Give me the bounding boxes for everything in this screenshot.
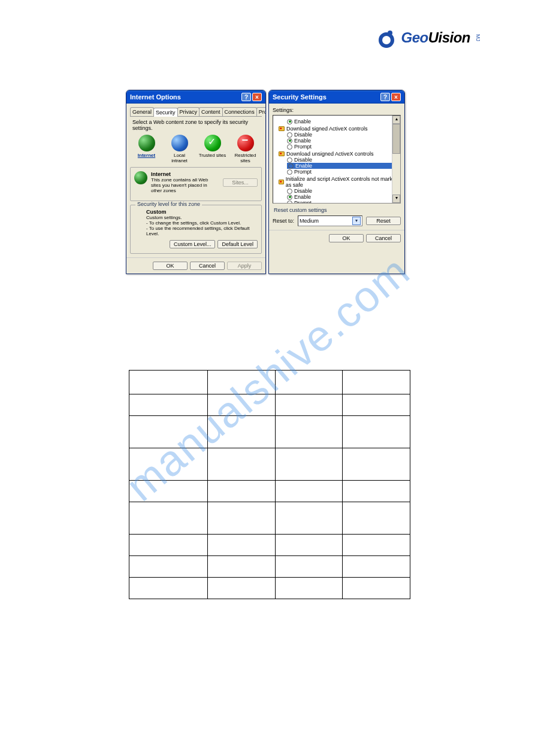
custom-level-button[interactable]: Custom Level... [170, 240, 216, 248]
option-prompt[interactable]: Prompt [287, 200, 398, 204]
tab-security[interactable]: Security [153, 108, 178, 117]
sec-sub: Custom settings. [146, 215, 258, 220]
tab-content[interactable]: Content [199, 107, 223, 116]
screenshot-group: Internet Options ? × General Security Pr… [126, 90, 405, 274]
window-title: Security Settings [273, 93, 380, 101]
zone-description: This zone contains all Web sites you hav… [151, 177, 219, 193]
table-row [129, 448, 410, 481]
table-row [129, 578, 410, 599]
option-prompt[interactable]: Prompt [287, 144, 398, 150]
empty-table [129, 370, 410, 599]
tree-item-download-unsigned: Download unsigned ActiveX controls [279, 151, 398, 157]
security-settings-window: Security Settings ? × Settings: Enable D… [268, 90, 405, 274]
svg-point-0 [380, 34, 392, 46]
security-level-group: Security level for this zone Custom Cust… [130, 205, 262, 254]
option-enable[interactable]: Enable [287, 194, 398, 200]
sec-line2: - To use the recommended settings, click… [146, 226, 258, 236]
option-disable[interactable]: Disable [287, 132, 398, 138]
intranet-icon [171, 135, 188, 151]
sec-heading: Custom [146, 209, 258, 215]
logo-geo: Geo [401, 29, 428, 45]
window-title: Internet Options [130, 93, 241, 101]
settings-label: Settings: [273, 107, 401, 113]
radio-icon [287, 195, 292, 200]
scroll-down-icon[interactable]: ▾ [392, 195, 400, 203]
internet-options-window: Internet Options ? × General Security Pr… [126, 90, 266, 274]
scroll-up-icon[interactable]: ▴ [392, 116, 400, 124]
combo-value: Medium [300, 218, 319, 224]
option-disable[interactable]: Disable [287, 188, 398, 194]
cancel-button[interactable]: Cancel [190, 262, 225, 270]
reset-row: Reset to: Medium ▾ Reset [273, 215, 401, 226]
titlebar[interactable]: Internet Options ? × [126, 90, 265, 104]
cancel-button[interactable]: Cancel [366, 234, 401, 242]
table-row [129, 481, 410, 502]
option-enable[interactable]: Enable [287, 119, 398, 125]
option-prompt[interactable]: Prompt [287, 169, 398, 175]
scroll-thumb[interactable] [392, 124, 400, 154]
svg-point-1 [388, 31, 392, 35]
globe-icon [138, 135, 155, 151]
chevron-down-icon[interactable]: ▾ [352, 217, 361, 225]
titlebar[interactable]: Security Settings ? × [269, 90, 404, 104]
option-enable[interactable]: Enable [287, 163, 398, 169]
table-row [129, 502, 410, 535]
sec-line1: - To change the settings, click Custom L… [146, 220, 258, 226]
option-enable[interactable]: Enable [287, 138, 398, 144]
close-button[interactable]: × [252, 93, 262, 101]
settings-list[interactable]: Enable Download signed ActiveX controls … [273, 115, 401, 204]
table-row [129, 535, 410, 556]
table-row [129, 556, 410, 578]
radio-icon [287, 144, 292, 150]
radio-icon [287, 119, 292, 125]
radio-icon [287, 132, 292, 138]
ok-button[interactable]: OK [153, 262, 188, 270]
radio-icon [288, 163, 294, 169]
radio-icon [287, 157, 292, 163]
logo-vision: Uision [428, 29, 470, 45]
tree-item-download-signed: Download signed ActiveX controls [279, 126, 398, 132]
close-button[interactable]: × [391, 93, 401, 101]
reset-to-label: Reset to: [273, 218, 294, 224]
globe-icon [134, 171, 147, 184]
tree-item-initialize-script: Initialize and script ActiveX controls n… [279, 176, 398, 188]
apply-button: Apply [227, 262, 262, 270]
radio-icon [287, 189, 292, 194]
reset-to-combo[interactable]: Medium ▾ [298, 215, 362, 226]
tab-connections[interactable]: Connections [222, 107, 257, 116]
default-level-button[interactable]: Default Level [217, 240, 258, 248]
zone-prompt: Select a Web content zone to specify its… [132, 119, 259, 131]
group-label: Security level for this zone [135, 201, 202, 207]
zone-name: Internet [151, 171, 219, 177]
sites-button: Sites... [223, 178, 258, 187]
tab-programs[interactable]: Programs [256, 107, 266, 116]
logo-sub: MJ [475, 34, 481, 41]
radio-icon [287, 138, 292, 144]
restricted-icon [237, 135, 254, 151]
option-disable[interactable]: Disable [287, 157, 398, 163]
zone-local-intranet[interactable]: Local intranet [165, 135, 194, 163]
tabs: General Security Privacy Content Connect… [130, 107, 262, 117]
logo-icon [376, 27, 397, 48]
activex-icon [279, 126, 285, 131]
tab-general[interactable]: General [130, 107, 154, 116]
tab-privacy[interactable]: Privacy [177, 107, 200, 116]
check-icon [204, 135, 221, 151]
table-row [129, 394, 410, 416]
table-row [129, 371, 410, 394]
radio-icon [287, 169, 292, 175]
scrollbar[interactable]: ▴ ▾ [392, 116, 400, 203]
zone-internet[interactable]: Internet [132, 135, 161, 163]
activex-icon [279, 180, 284, 184]
zone-restricted[interactable]: Restricted sites [231, 135, 260, 163]
activex-icon [279, 151, 285, 156]
reset-button[interactable]: Reset [366, 217, 401, 225]
help-button[interactable]: ? [380, 93, 390, 101]
zone-trusted[interactable]: Trusted sites [198, 135, 227, 163]
help-button[interactable]: ? [241, 93, 251, 101]
zone-details: Internet This zone contains all Web site… [130, 167, 262, 201]
radio-icon [287, 201, 292, 204]
zones-row: Internet Local intranet Trusted sites Re… [130, 135, 262, 163]
ok-button[interactable]: OK [329, 234, 364, 242]
logo-text: GeoUision [401, 29, 470, 46]
